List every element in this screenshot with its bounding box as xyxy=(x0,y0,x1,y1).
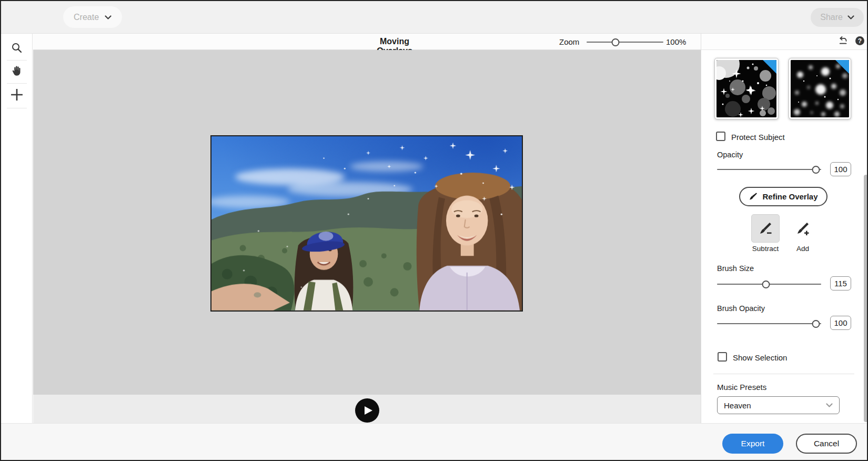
share-label: Share xyxy=(820,13,843,22)
show-selection-label: Show Selection xyxy=(733,353,787,362)
help-icon: ? xyxy=(855,36,865,46)
svg-text:?: ? xyxy=(857,37,861,45)
subtract-label: Subtract xyxy=(751,245,780,253)
opacity-value[interactable]: 100 xyxy=(830,162,851,176)
undo-button[interactable] xyxy=(836,35,849,48)
opacity-label: Opacity xyxy=(717,151,743,159)
brush-size-slider xyxy=(717,280,821,288)
brush-size-label: Brush Size xyxy=(717,264,754,273)
left-toolbar xyxy=(1,34,33,423)
overlay-thumbnail-2[interactable] xyxy=(789,58,851,119)
canvas-area xyxy=(33,50,701,395)
music-presets-dropdown[interactable]: Heaven xyxy=(717,396,840,414)
brush-opacity-value[interactable]: 100 xyxy=(830,316,851,330)
show-selection-checkbox[interactable] xyxy=(718,352,727,362)
add-label: Add xyxy=(789,245,817,253)
panel-scrollbar[interactable] xyxy=(864,175,868,422)
preview-photo[interactable] xyxy=(210,135,523,312)
settings-panel: ? xyxy=(701,34,868,423)
music-presets-label: Music Presets xyxy=(717,383,766,392)
music-presets-selected: Heaven xyxy=(724,401,826,410)
refine-overlay-label: Refine Overlay xyxy=(762,192,817,201)
move-cross-icon xyxy=(11,88,23,101)
hand-tool-button[interactable] xyxy=(5,61,28,81)
zoom-slider-track[interactable] xyxy=(587,42,663,43)
play-button[interactable] xyxy=(355,398,379,423)
create-button[interactable]: Create xyxy=(63,6,122,28)
cancel-button[interactable]: Cancel xyxy=(796,434,857,454)
chevron-down-icon xyxy=(826,403,833,407)
panel-divider xyxy=(713,374,854,374)
toolbar-divider xyxy=(7,83,27,84)
play-bar xyxy=(33,395,701,427)
brush-subtract-icon xyxy=(758,221,773,236)
selected-badge xyxy=(763,60,776,74)
brush-opacity-slider-track[interactable] xyxy=(717,323,821,324)
undo-icon xyxy=(838,36,848,46)
export-button[interactable]: Export xyxy=(722,434,783,454)
brush-opacity-slider-handle[interactable] xyxy=(812,320,820,328)
canvas-header: Moving Overlays Zoom 100% xyxy=(33,34,701,50)
play-icon xyxy=(363,405,374,416)
help-button[interactable]: ? xyxy=(853,35,866,48)
brush-opacity-slider xyxy=(717,319,821,328)
overlay-thumbnail-1[interactable] xyxy=(714,58,779,119)
zoom-label: Zoom xyxy=(559,37,579,46)
zoom-value: 100% xyxy=(666,37,698,46)
selected-badge xyxy=(835,60,849,74)
brush-opacity-label: Brush Opacity xyxy=(717,304,765,313)
zoom-slider-handle[interactable] xyxy=(612,38,620,46)
brush-icon xyxy=(749,192,758,201)
brush-add-icon xyxy=(795,221,810,236)
brush-size-slider-handle[interactable] xyxy=(762,280,770,288)
share-button[interactable]: Share xyxy=(811,8,864,27)
hand-icon xyxy=(11,65,23,77)
move-tool-button[interactable] xyxy=(5,85,28,105)
brush-size-value[interactable]: 115 xyxy=(830,276,851,290)
chevron-down-icon xyxy=(847,15,854,19)
create-label: Create xyxy=(74,13,99,22)
opacity-slider-track[interactable] xyxy=(717,169,821,170)
top-bar: Create Share xyxy=(1,1,867,34)
magnifier-icon xyxy=(11,42,23,54)
zoom-slider xyxy=(587,38,663,46)
add-brush-button[interactable] xyxy=(789,214,817,243)
panel-header: ? xyxy=(701,34,868,50)
protect-subject-label: Protect Subject xyxy=(731,133,785,142)
toolbar-divider xyxy=(7,108,27,108)
refine-overlay-button[interactable]: Refine Overlay xyxy=(739,187,827,206)
toolbar-divider xyxy=(7,60,27,61)
zoom-tool-button[interactable] xyxy=(5,38,28,58)
bottom-bar: Export Cancel xyxy=(1,423,867,461)
subtract-brush-button[interactable] xyxy=(751,214,780,243)
opacity-slider-handle[interactable] xyxy=(812,166,820,174)
opacity-slider xyxy=(717,165,821,174)
app-window: Create Share Movin xyxy=(0,0,868,461)
chevron-down-icon xyxy=(105,15,112,19)
protect-subject-checkbox[interactable] xyxy=(716,132,725,141)
photo-image xyxy=(211,136,522,310)
